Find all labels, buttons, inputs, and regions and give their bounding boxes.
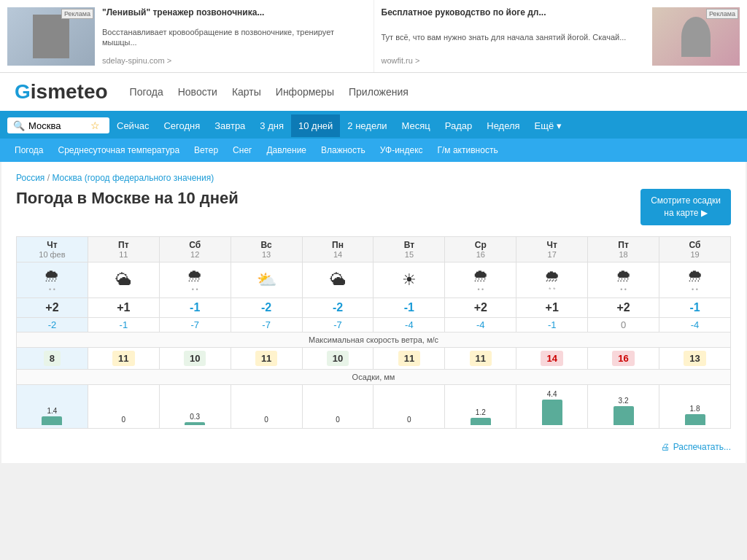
weather-icon-cell: 🌨 • • [659, 262, 731, 298]
subnav-pogoda[interactable]: Погода [7, 141, 51, 160]
print-label: Распечатать... [673, 442, 731, 452]
day-header: Сб 19 [659, 236, 731, 262]
nav-seychas[interactable]: Сейчас [109, 114, 156, 137]
ad-label-2: Реклама [706, 9, 738, 19]
precip-cell: 0 [374, 384, 445, 428]
temp-min-cell: -7 [231, 317, 302, 332]
temp-min-cell: 0 [588, 317, 659, 332]
site-header: Gismeteo Погода Новости Карты Информеры … [0, 73, 747, 112]
precip-cell: 0 [231, 384, 302, 428]
wind-cell: 11 [445, 347, 516, 369]
logo[interactable]: Gismeteo [15, 80, 108, 104]
subnav-davlenie[interactable]: Давление [259, 141, 314, 160]
temp-min-cell: -4 [374, 317, 445, 332]
temp-max-cell: +2 [17, 298, 88, 317]
temp-min-cell: -1 [88, 317, 159, 332]
temp-max-cell: -2 [302, 298, 374, 317]
breadcrumb: Россия / Москва (город федерального знач… [16, 173, 731, 183]
main-nav: Погода Новости Карты Информеры Приложени… [130, 86, 409, 98]
subnav-vlazhnost[interactable]: Влажность [314, 141, 373, 160]
weather-icon-cell: ☀ [374, 262, 445, 298]
precip-cell: 3.2 [588, 384, 659, 428]
ad-image-1: Реклама [7, 7, 95, 66]
precip-cell: 1.8 [659, 384, 731, 428]
temp-min-cell: -7 [302, 317, 374, 332]
breadcrumb-russia[interactable]: Россия [16, 173, 44, 183]
wind-cell: 14 [516, 347, 588, 369]
nav-esche[interactable]: Ещё ▾ [527, 114, 569, 137]
temp-min-cell: -4 [659, 317, 731, 332]
day-header: Вс 13 [231, 236, 302, 262]
nav-segodnya[interactable]: Сегодня [156, 114, 207, 137]
nav-novosti[interactable]: Новости [178, 86, 217, 98]
radar-button[interactable]: Смотрите осадкина карте ▶ [640, 189, 731, 225]
ad-content-2: Бесплатное руководство по йоге дл... Тут… [382, 7, 646, 65]
nav-2nedeli[interactable]: 2 недели [340, 114, 394, 137]
search-icon: 🔍 [13, 120, 25, 131]
wind-cell: 11 [231, 347, 302, 369]
page-title: Погода в Москве на 10 дней [16, 189, 239, 208]
precip-cell: 4.4 [516, 384, 588, 428]
day-header: Пт 18 [588, 236, 659, 262]
sub-nav: Погода Среднесуточная температура Ветер … [0, 139, 747, 162]
search-input[interactable] [28, 120, 87, 131]
ad-image-2: Реклама [652, 7, 740, 66]
wind-cell: 10 [159, 347, 231, 369]
nav-nedelya[interactable]: Неделя [479, 114, 527, 137]
blue-nav-bar: 🔍 ☆ Сейчас Сегодня Завтра 3 дня 10 дней … [0, 112, 747, 139]
weather-icon-cell: 🌧 * * [516, 262, 588, 298]
wind-section-label: Максимальная скорость ветра, м/с [17, 332, 731, 347]
day-header: Чт 17 [516, 236, 588, 262]
temp-min-cell: -4 [445, 317, 516, 332]
nav-10dney[interactable]: 10 дней [291, 114, 340, 137]
ad-content-1: "Ленивый" тренажер позвоночника... Восст… [102, 7, 366, 65]
ad-banner: Реклама "Ленивый" тренажер позвоночника.… [0, 0, 747, 73]
ad-block-1[interactable]: Реклама "Ленивый" тренажер позвоночника.… [0, 0, 374, 72]
subnav-sneg[interactable]: Снег [225, 141, 259, 160]
print-button[interactable]: 🖨 Распечатать... [661, 442, 731, 452]
wind-cell: 11 [88, 347, 159, 369]
search-box[interactable]: 🔍 ☆ [7, 117, 109, 133]
temp-max-cell: +2 [588, 298, 659, 317]
subnav-veter[interactable]: Ветер [187, 141, 225, 160]
weather-icon-cell: 🌨 • • [17, 262, 88, 298]
logo-text: ismeteo [31, 80, 108, 103]
subnav-gm[interactable]: Г/м активность [430, 141, 506, 160]
temp-max-cell: -1 [374, 298, 445, 317]
wind-cell: 10 [302, 347, 374, 369]
nav-zavtra[interactable]: Завтра [207, 114, 252, 137]
temp-min-cell: -1 [516, 317, 588, 332]
nav-karty[interactable]: Карты [232, 86, 261, 98]
day-header: Вт 15 [374, 236, 445, 262]
day-header: Пн 14 [302, 236, 374, 262]
ad-title-1: "Ленивый" тренажер позвоночника... [102, 7, 366, 19]
ad-link-2[interactable]: wowfit.ru > [382, 56, 646, 65]
day-header: Сб 12 [159, 236, 231, 262]
weather-icon-cell: 🌥 [302, 262, 374, 298]
nav-prilozheniya[interactable]: Приложения [349, 86, 409, 98]
ad-text-2: Тут всё, что вам нужно знать для начала … [382, 32, 646, 42]
nav-informery[interactable]: Информеры [276, 86, 334, 98]
weather-icon-cell: 🌨 • • [159, 262, 231, 298]
nav-mesyac[interactable]: Месяц [395, 114, 438, 137]
weather-icon-cell: 🌨 • • [588, 262, 659, 298]
print-icon: 🖨 [661, 442, 670, 452]
subnav-temp[interactable]: Среднесуточная температура [51, 141, 187, 160]
ad-link-1[interactable]: sdelay-spinu.com > [102, 56, 366, 65]
temp-max-cell: +1 [516, 298, 588, 317]
temp-max-cell: -2 [231, 298, 302, 317]
breadcrumb-moscow[interactable]: Москва (город федерального значения) [52, 173, 214, 183]
nav-radar[interactable]: Радар [438, 114, 480, 137]
subnav-uf[interactable]: УФ-индекс [373, 141, 430, 160]
nav-pogoda[interactable]: Погода [130, 86, 163, 98]
temp-max-cell: +1 [88, 298, 159, 317]
nav-3dnya[interactable]: 3 дня [252, 114, 291, 137]
ad-block-2[interactable]: Бесплатное руководство по йоге дл... Тут… [374, 0, 748, 72]
precip-cell: 1.4 [17, 384, 88, 428]
ad-title-2: Бесплатное руководство по йоге дл... [382, 7, 646, 19]
wind-cell: 11 [374, 347, 445, 369]
wind-cell: 16 [588, 347, 659, 369]
precip-cell: 0 [302, 384, 374, 428]
favorite-icon[interactable]: ☆ [90, 120, 100, 131]
weather-icon-cell: 🌥 [88, 262, 159, 298]
